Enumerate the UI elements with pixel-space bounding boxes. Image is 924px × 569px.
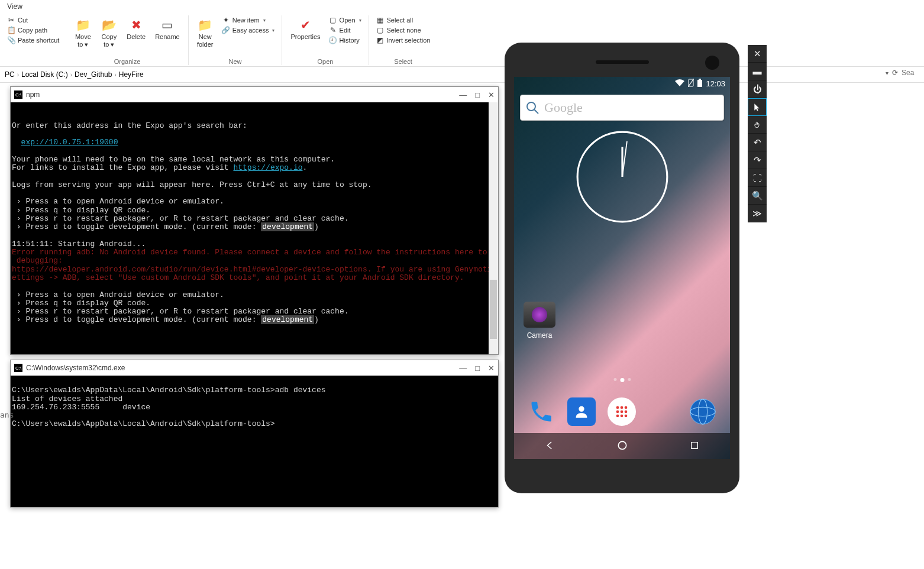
svg-rect-2 bbox=[697, 80, 702, 87]
emulator-controls-sidebar: ✕ ▬ ⏻ ↶ ↷ ⛶ 🔍 ≫ bbox=[748, 45, 767, 222]
address-right-controls: ▾ ⟳ bbox=[881, 66, 924, 79]
npm-titlebar[interactable]: C:\ npm ― □ ✕ bbox=[11, 87, 498, 102]
camera-icon bbox=[524, 302, 555, 328]
cmd-titlebar[interactable]: C:\ C:\Windows\system32\cmd.exe ― □ ✕ bbox=[11, 360, 498, 376]
browser-app-icon[interactable] bbox=[689, 397, 717, 426]
breadcrumb-item[interactable]: Local Disk (C:) bbox=[21, 70, 68, 79]
emulator-rotate-left-button[interactable]: ↶ bbox=[748, 134, 767, 151]
breadcrumb-item[interactable]: HeyFire bbox=[119, 70, 144, 79]
svg-point-17 bbox=[621, 415, 623, 418]
delete-icon: ✖ bbox=[128, 17, 144, 33]
svg-point-13 bbox=[616, 410, 619, 413]
properties-button[interactable]: ✔Properties bbox=[287, 15, 324, 42]
terminal-link[interactable]: https://expo.io bbox=[233, 163, 302, 172]
emulator-cursor-button[interactable] bbox=[748, 98, 767, 116]
emulator-minimize-button[interactable]: ▬ bbox=[748, 63, 767, 80]
breadcrumb[interactable]: PC› Local Disk (C:)› Dev_Github› HeyFire bbox=[0, 67, 924, 83]
maximize-button[interactable]: □ bbox=[475, 90, 480, 99]
ribbon: ✂Cut 📋Copy path 📎Paste shortcut 📁Move to… bbox=[0, 13, 924, 67]
close-button[interactable]: ✕ bbox=[488, 90, 495, 99]
emulator-fullscreen-button[interactable]: ⛶ bbox=[748, 169, 767, 187]
emulator-more-button[interactable]: ≫ bbox=[748, 205, 767, 222]
move-to-button[interactable]: 📁Move to ▾ bbox=[71, 15, 95, 50]
rename-button[interactable]: ▭Rename bbox=[151, 15, 183, 42]
nav-back-button[interactable] bbox=[545, 440, 555, 452]
svg-point-9 bbox=[579, 406, 584, 412]
close-button[interactable]: ✕ bbox=[488, 364, 495, 373]
contacts-app-icon[interactable] bbox=[567, 397, 596, 426]
copy-path-button[interactable]: 📋Copy path bbox=[5, 25, 62, 35]
terminal-line: 169.254.76.233:5555 device bbox=[12, 403, 150, 412]
select-none-button[interactable]: ▢Select none bbox=[374, 25, 433, 35]
scrollbar-thumb[interactable] bbox=[490, 280, 497, 339]
delete-button[interactable]: ✖Delete bbox=[123, 15, 149, 42]
new-item-button[interactable]: ✦New item▾ bbox=[219, 15, 277, 25]
new-folder-icon: 📁 bbox=[197, 17, 214, 33]
emulator-screen[interactable]: 12:03 Google Camera bbox=[514, 77, 730, 459]
chevron-right-icon: › bbox=[114, 72, 116, 78]
phone-app-icon[interactable] bbox=[527, 397, 555, 426]
npm-terminal-body[interactable]: Or enter this address in the Expo app's … bbox=[11, 102, 498, 354]
chevron-right-icon: › bbox=[70, 72, 72, 78]
properties-icon: ✔ bbox=[298, 17, 314, 33]
google-search-label: Google bbox=[544, 100, 583, 115]
copy-path-icon: 📋 bbox=[7, 26, 15, 34]
invert-selection-button[interactable]: ◩Invert selection bbox=[374, 35, 433, 45]
maximize-button[interactable]: □ bbox=[475, 364, 480, 373]
svg-point-14 bbox=[621, 410, 623, 413]
new-folder-button[interactable]: 📁New folder bbox=[193, 15, 217, 50]
scrollbar[interactable] bbox=[489, 102, 498, 354]
open-icon: ▢ bbox=[329, 16, 337, 24]
camera-app-shortcut[interactable]: Camera bbox=[524, 302, 555, 340]
copy-to-button[interactable]: 📂Copy to ▾ bbox=[97, 15, 121, 50]
invert-selection-icon: ◩ bbox=[376, 36, 385, 44]
edit-button[interactable]: ✎Edit bbox=[327, 25, 364, 35]
rename-icon: ▭ bbox=[159, 17, 176, 33]
nav-recent-button[interactable] bbox=[690, 441, 699, 452]
open-button[interactable]: ▢Open▾ bbox=[327, 15, 364, 25]
move-to-icon: 📁 bbox=[75, 17, 91, 33]
cut-button[interactable]: ✂Cut bbox=[5, 15, 62, 25]
emulator-touch-button[interactable] bbox=[748, 116, 767, 134]
history-button[interactable]: 🕘History bbox=[327, 35, 364, 45]
new-item-icon: ✦ bbox=[222, 16, 230, 24]
app-drawer-button[interactable] bbox=[608, 397, 636, 426]
terminal-line: List of devices attached bbox=[12, 395, 122, 403]
minimize-button[interactable]: ― bbox=[459, 364, 467, 373]
emulator-close-button[interactable]: ✕ bbox=[748, 45, 767, 63]
cut-icon: ✂ bbox=[7, 16, 15, 24]
page-dot-active bbox=[620, 378, 624, 382]
nav-home-button[interactable] bbox=[616, 439, 628, 453]
copy-to-icon: 📂 bbox=[101, 17, 117, 33]
ribbon-tab-view[interactable]: View bbox=[0, 0, 924, 13]
paste-shortcut-button[interactable]: 📎Paste shortcut bbox=[5, 35, 62, 45]
minimize-button[interactable]: ― bbox=[459, 90, 467, 99]
svg-point-16 bbox=[616, 415, 619, 418]
svg-point-15 bbox=[625, 410, 628, 413]
breadcrumb-item[interactable]: PC bbox=[5, 70, 15, 79]
cmd-terminal-window: C:\ C:\Windows\system32\cmd.exe ― □ ✕ C:… bbox=[10, 360, 499, 507]
google-search-widget[interactable]: Google bbox=[520, 95, 724, 121]
emulator-zoom-button[interactable]: 🔍 bbox=[748, 187, 767, 205]
terminal-error: debugging: bbox=[12, 256, 63, 265]
select-all-button[interactable]: ▦Select all bbox=[374, 15, 433, 25]
refresh-icon[interactable]: ⟳ bbox=[892, 69, 898, 77]
emulator-device-frame: 12:03 Google Camera bbox=[505, 43, 739, 493]
svg-rect-3 bbox=[699, 79, 701, 80]
cmd-terminal-body[interactable]: C:\Users\ewalds\AppData\Local\Android\Sd… bbox=[11, 376, 498, 507]
android-statusbar[interactable]: 12:03 bbox=[514, 77, 730, 90]
svg-point-4 bbox=[527, 102, 535, 111]
terminal-line: › Press r to restart packager, or R to r… bbox=[12, 307, 349, 316]
breadcrumb-item[interactable]: Dev_Github bbox=[75, 70, 112, 79]
organize-group-label: Organize bbox=[114, 56, 141, 65]
analog-clock-widget[interactable] bbox=[576, 130, 669, 224]
terminal-line: › Press q to display QR code. bbox=[12, 299, 150, 308]
easy-access-button[interactable]: 🔗Easy access▾ bbox=[219, 25, 277, 35]
page-indicator[interactable] bbox=[613, 378, 631, 382]
dropdown-icon[interactable]: ▾ bbox=[886, 70, 889, 76]
emulator-power-button[interactable]: ⏻ bbox=[748, 80, 767, 98]
search-input[interactable] bbox=[902, 69, 919, 77]
terminal-link[interactable]: exp://10.0.75.1:19000 bbox=[21, 138, 118, 147]
camera-app-label: Camera bbox=[524, 331, 555, 340]
emulator-rotate-right-button[interactable]: ↷ bbox=[748, 151, 767, 169]
